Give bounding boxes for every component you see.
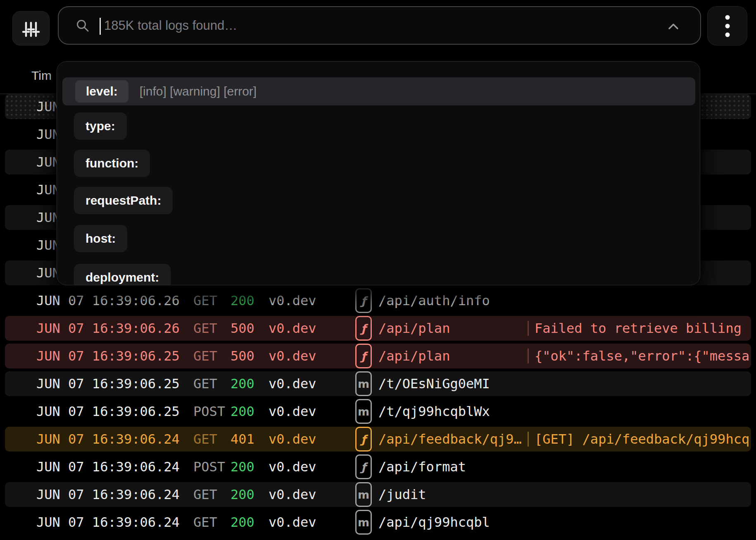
function-icon: ƒ [355,427,372,452]
log-status: 200 [231,399,254,424]
log-method: POST [193,399,225,424]
message-divider [528,349,529,363]
message-divider [528,432,529,447]
log-path: /api/plan [378,316,450,341]
kebab-menu-icon [725,14,730,38]
suggestion-type[interactable]: type: [74,112,127,140]
log-timestamp: JUN 07 16:39:06.24 [36,427,180,452]
log-status: 200 [231,482,254,507]
log-status: 401 [231,427,254,452]
log-status: 200 [231,288,254,313]
sliders-icon [21,19,40,38]
log-message: Failed to retrieve billing [535,316,742,341]
log-row-warning[interactable]: JUN 07 16:39:06.24 GET 401 v0.dev ƒ /api… [5,427,751,452]
filters-button[interactable] [12,11,50,45]
logs-viewer: Tim JUN JUN JUN JUN JUN JUN JUN JUN 07 1… [0,0,756,540]
suggestion-requestPath[interactable]: requestPath: [74,187,173,214]
chevron-up-icon[interactable] [666,19,681,34]
search-input[interactable]: 185K total logs found… [58,6,701,45]
log-path: /api/feedback/qj9… [378,427,522,452]
more-options-button[interactable] [707,6,747,45]
log-message: {"ok":false,"error":{"messa [535,344,749,368]
log-timestamp: JUN 07 16:39:06.26 [36,316,180,341]
time-column-header: Tim [31,69,52,83]
log-host: v0.dev [269,454,316,479]
search-icon [75,18,90,33]
function-icon: ƒ [355,454,372,479]
log-row[interactable]: JUN 07 16:39:06.24 GET 200 v0.dev m /api… [5,510,751,535]
log-path: /api/qj99hcqbl [378,510,490,535]
middleware-icon: m [355,371,372,396]
suggestion-hint: [info] [warning] [error] [140,84,257,98]
search-suggestions-dropdown: level: [info] [warning] [error] type: fu… [57,61,700,285]
log-row[interactable]: JUN 07 16:39:06.24 GET 200 v0.dev m /jud… [5,482,751,507]
suggestion-deployment[interactable]: deployment: [74,264,171,285]
log-host: v0.dev [269,399,316,424]
log-timestamp: JUN 07 16:39:06.24 [36,482,180,507]
log-host: v0.dev [269,371,316,396]
log-path: /api/plan [378,344,450,368]
log-method: GET [193,427,217,452]
log-timestamp: JUN 07 16:39:06.24 [36,454,180,479]
log-host: v0.dev [269,344,316,368]
text-caret [100,18,101,35]
log-method: POST [193,454,225,479]
log-method: GET [193,482,217,507]
log-host: v0.dev [269,288,316,313]
log-status: 200 [231,371,254,396]
log-message: [GET] /api/feedback/qj99hcq [535,427,749,452]
log-path: /t/OEsNiGg0eMI [378,371,490,396]
log-path: /api/format [378,454,466,479]
suggestion-host[interactable]: host: [74,225,127,252]
log-host: v0.dev [269,316,316,341]
log-timestamp: JUN 07 16:39:06.24 [36,510,180,535]
log-host: v0.dev [269,482,316,507]
log-timestamp: JUN 07 16:39:06.25 [36,399,180,424]
log-method: GET [193,371,217,396]
log-status: 200 [231,454,254,479]
log-path: /judit [378,482,426,507]
log-row[interactable]: JUN 07 16:39:06.25 POST 200 v0.dev m /t/… [5,399,751,424]
log-row-error[interactable]: JUN 07 16:39:06.25 GET 500 v0.dev ƒ /api… [5,344,751,368]
message-divider [528,321,529,336]
log-timestamp: JUN 07 16:39:06.26 [36,288,180,313]
suggestion-level[interactable]: level: [info] [warning] [error] [62,77,695,105]
log-method: GET [193,316,217,341]
log-row-error[interactable]: JUN 07 16:39:06.26 GET 500 v0.dev ƒ /api… [5,316,751,341]
log-timestamp: JUN 07 16:39:06.25 [36,344,180,368]
log-row[interactable]: JUN 07 16:39:06.25 GET 200 v0.dev m /t/O… [5,371,751,396]
log-method: GET [193,510,217,535]
log-row[interactable]: JUN 07 16:39:06.24 POST 200 v0.dev ƒ /ap… [5,454,751,479]
suggestion-function[interactable]: function: [74,150,150,177]
function-icon: ƒ [355,344,372,368]
middleware-icon: m [355,510,372,535]
log-status: 500 [231,344,254,368]
log-status: 200 [231,510,254,535]
function-icon: ƒ [355,316,372,341]
search-placeholder: 185K total logs found… [104,7,237,44]
log-path: /api/auth/info [378,288,490,313]
function-icon: ƒ [355,288,372,313]
log-host: v0.dev [269,427,316,452]
suggestion-key-pill[interactable]: level: [75,80,128,103]
log-status: 500 [231,316,254,341]
log-timestamp: JUN 07 16:39:06.25 [36,371,180,396]
log-method: GET [193,288,217,313]
log-row[interactable]: JUN 07 16:39:06.26 GET 200 v0.dev ƒ /api… [5,288,751,313]
log-path: /t/qj99hcqblWx [378,399,490,424]
log-method: GET [193,344,217,368]
middleware-icon: m [355,399,372,424]
middleware-icon: m [355,482,372,507]
log-host: v0.dev [269,510,316,535]
